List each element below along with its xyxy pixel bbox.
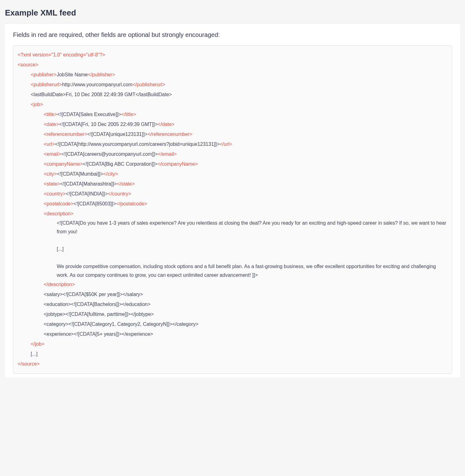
source-open: <source> <box>18 60 447 70</box>
company-close: </companyName> <box>157 161 198 167</box>
source-close: </source> <box>18 359 447 369</box>
education-text: <education><![CDATA[Bachelors]]></educat… <box>44 302 151 307</box>
email-close: </email> <box>158 151 177 157</box>
postal-open: <postalcode> <box>44 201 73 206</box>
city-line: <city><![CDATA[Mumbai]]></city> <box>18 169 447 179</box>
description-close-tag: </description> <box>44 282 75 287</box>
publisher-close: </publisher> <box>88 72 115 77</box>
country-value: <![CDATA[INDIA]]> <box>66 191 108 196</box>
page-title: Example XML feed <box>5 8 460 18</box>
experience-text: <experience><![CDATA[5+ years]]></experi… <box>44 331 153 337</box>
publisherurl-line: <publisherurl>http://www.yourcompanyurl.… <box>18 80 447 90</box>
company-open: <companyName> <box>44 161 83 167</box>
description-open-tag: <description> <box>44 211 73 216</box>
description-close: </description> <box>18 280 447 290</box>
job-close: </job> <box>18 339 447 349</box>
ref-value: <![CDATA[unique123131]]> <box>87 132 148 137</box>
job-open-tag: <job> <box>31 102 43 107</box>
ellipsis-text: [...] <box>31 351 38 357</box>
date-value: <![CDATA[Fri, 10 Dec 2005 22:49:39 GMT]]… <box>59 122 158 127</box>
experience-line: <experience><![CDATA[5+ years]]></experi… <box>18 329 447 339</box>
lastbuilddate-text: <lastBuildDate>Fri, 10 Dec 2008 22:49:39… <box>31 92 172 97</box>
publisher-value: JobSite Name <box>57 72 88 77</box>
source-open-tag: <source> <box>18 62 38 67</box>
education-line: <education><![CDATA[Bachelors]]></educat… <box>18 299 447 309</box>
desc-paragraph-2: [...] <box>57 245 447 254</box>
date-open: <date> <box>44 122 59 127</box>
city-close: </city> <box>103 171 118 177</box>
ref-close: </referencenumber> <box>148 132 193 137</box>
postal-close: </postalcode> <box>116 201 147 206</box>
xml-decl-text: <?xml version="1.0" encoding="utf-8"?> <box>18 52 105 57</box>
email-open: <email> <box>44 151 61 157</box>
publisherurl-value: http://www.yourcompanyurl.com <box>62 82 132 87</box>
category-text: <category><![CDATA[Category1, Category2,… <box>44 321 198 327</box>
state-open: <state> <box>44 181 60 186</box>
jobtype-text: <jobtype><![CDATA[fulltime, parttime]]><… <box>44 312 154 317</box>
lastbuilddate-line: <lastBuildDate>Fri, 10 Dec 2008 22:49:39… <box>18 90 447 100</box>
url-line: <url><![CDATA[http://www.yourcompanyurl.… <box>18 139 447 149</box>
state-line: <state><![CDATA[Maharashtra]]></state> <box>18 179 447 189</box>
date-close: </date> <box>158 122 175 127</box>
postal-value: <![CDATA[85003]]> <box>73 201 116 206</box>
email-value: <![CDATA[careers@yourcompanyurl.com]]> <box>61 151 158 157</box>
salary-text: <salary><![CDATA[$50K per year]]></salar… <box>44 292 143 297</box>
city-open: <city> <box>44 171 57 177</box>
state-close: </state> <box>117 181 135 186</box>
job-open: <job> <box>18 100 447 110</box>
title-value: <![CDATA[Sales Executive]]> <box>57 112 122 117</box>
source-close-tag: </source> <box>18 361 40 366</box>
job-close-tag: </job> <box>31 341 44 347</box>
reference-line: <referencenumber><![CDATA[unique123131]]… <box>18 129 447 139</box>
country-open: <country> <box>44 191 66 196</box>
title-open: <title> <box>44 112 57 117</box>
publisher-line: <publisher>JobSite Name</publisher> <box>18 70 447 80</box>
url-close: </url> <box>219 141 232 147</box>
date-line: <date><![CDATA[Fri, 10 Dec 2005 22:49:39… <box>18 119 447 129</box>
country-close: </country> <box>108 191 131 196</box>
publisherurl-close: </publisherurl> <box>132 82 165 87</box>
content-card: Fields in red are required, other fields… <box>5 24 460 377</box>
xml-code-block: <?xml version="1.0" encoding="utf-8"?> <… <box>13 45 452 374</box>
email-line: <email><![CDATA[careers@yourcompanyurl.c… <box>18 149 447 159</box>
state-value: <![CDATA[Maharashtra]]> <box>60 181 117 186</box>
company-value: <![CDATA[Big ABC Corporation]]> <box>83 161 157 167</box>
category-line: <category><![CDATA[Category1, Category2,… <box>18 319 447 329</box>
salary-line: <salary><![CDATA[$50K per year]]></salar… <box>18 290 447 299</box>
desc-paragraph-1: <![CDATA[Do you have 1-3 years of sales … <box>57 219 447 236</box>
xml-declaration: <?xml version="1.0" encoding="utf-8"?> <box>18 50 447 60</box>
url-open: <url> <box>44 141 55 147</box>
city-value: <![CDATA[Mumbai]]> <box>57 171 104 177</box>
page-container: Example XML feed Fields in red are requi… <box>0 0 465 377</box>
title-close: </title> <box>121 112 136 117</box>
postalcode-line: <postalcode><![CDATA[85003]]></postalcod… <box>18 199 447 209</box>
description-content: <![CDATA[Do you have 1-3 years of sales … <box>18 219 447 280</box>
jobtype-line: <jobtype><![CDATA[fulltime, parttime]]><… <box>18 309 447 319</box>
publisher-open: <publisher> <box>31 72 57 77</box>
description-open: <description> <box>18 209 447 219</box>
publisherurl-open: <publisherurl> <box>31 82 62 87</box>
country-line: <country><![CDATA[INDIA]]></country> <box>18 189 447 199</box>
company-line: <companyName><![CDATA[Big ABC Corporatio… <box>18 159 447 169</box>
desc-paragraph-3: We provide competitive compensation, inc… <box>57 262 447 280</box>
title-line: <title><![CDATA[Sales Executive]]></titl… <box>18 110 447 119</box>
ref-open: <referencenumber> <box>44 132 87 137</box>
url-value: <![CDATA[http://www.yourcompanyurl.com/c… <box>55 141 219 147</box>
intro-text: Fields in red are required, other fields… <box>13 31 452 38</box>
jobs-ellipsis: [...] <box>18 349 447 359</box>
